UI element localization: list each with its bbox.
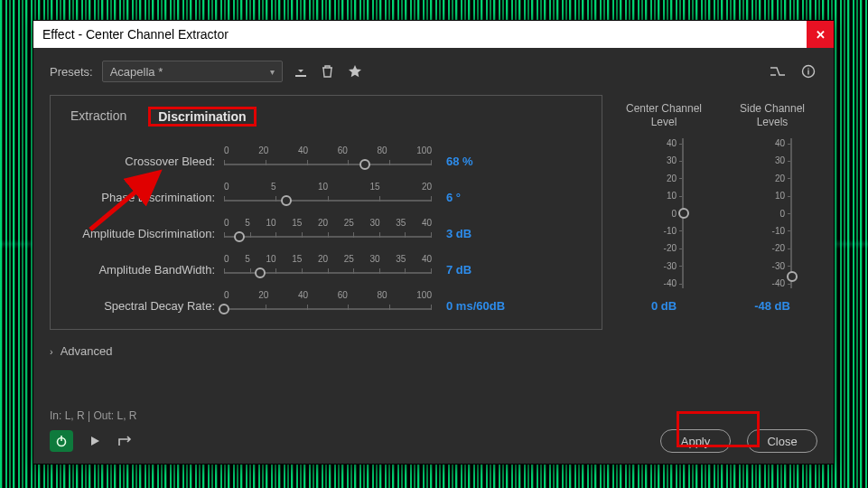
apply-button[interactable]: Apply	[660, 429, 731, 453]
power-toggle-button[interactable]	[50, 430, 73, 452]
param-phase-value[interactable]: 6 °	[446, 191, 522, 204]
help-button[interactable]	[799, 62, 817, 80]
power-icon	[55, 435, 68, 447]
meter-side: Side Channel Levels403020100-10-20-30-40…	[733, 102, 812, 330]
save-preset-button[interactable]	[292, 62, 310, 80]
meter-side-readout[interactable]: -48 dB	[754, 299, 790, 313]
meter-center: Center Channel Level403020100-10-20-30-4…	[624, 102, 704, 330]
slider-thumb[interactable]	[281, 195, 292, 206]
preview-play-button[interactable]	[86, 432, 104, 450]
trash-icon	[321, 64, 334, 79]
param-spectral-label: Spectral Decay Rate:	[67, 299, 224, 313]
slider-thumb[interactable]	[234, 231, 245, 242]
channel-map-button[interactable]	[769, 62, 787, 80]
routing-icon	[770, 65, 786, 78]
close-button[interactable]: Close	[747, 429, 817, 453]
tab-extraction[interactable]: Extraction	[67, 107, 130, 127]
close-window-button[interactable]: ✕	[807, 21, 834, 48]
param-amplitude-slider[interactable]: 0510152025303540	[224, 220, 432, 247]
meter-side-slider[interactable]: 403020100-10-20-30-40	[752, 138, 792, 288]
close-icon: ✕	[816, 28, 826, 42]
slider-thumb[interactable]	[255, 267, 266, 278]
param-phase-slider[interactable]: 05101520	[224, 183, 432, 211]
info-icon	[801, 64, 816, 79]
meter-center-slider[interactable]: 403020100-10-20-30-40	[644, 138, 684, 288]
level-meters: Center Channel Level403020100-10-20-30-4…	[624, 95, 812, 330]
dialog-footer: In: L, R | Out: L, R Apply Close	[50, 409, 817, 453]
favorite-preset-button[interactable]	[346, 62, 364, 80]
param-spectral-value[interactable]: 0 ms/60dB	[446, 299, 522, 313]
param-spectral: Spectral Decay Rate:0204060801000 ms/60d…	[67, 287, 585, 324]
advanced-label: Advanced	[61, 344, 113, 358]
play-icon	[89, 435, 101, 447]
preset-dropdown[interactable]: Acapella * ▾	[102, 61, 283, 82]
tab-discrimination[interactable]: Discrimination	[154, 108, 249, 126]
effect-dialog: Effect - Center Channel Extractor ✕ Pres…	[33, 20, 835, 465]
loop-icon	[117, 435, 134, 447]
param-amplitude: Amplitude Discrimination:051015202530354…	[67, 215, 585, 251]
slider-thumb[interactable]	[219, 304, 229, 314]
meter-center-title: Center Channel Level	[624, 102, 704, 129]
slider-thumb[interactable]	[678, 208, 689, 219]
param-bandwidth: Amplitude BandWidth:05101520253035407 dB	[67, 251, 585, 287]
param-crossover: Crossover Bleed:02040608010068 %	[67, 143, 585, 179]
dialog-title: Effect - Center Channel Extractor	[42, 27, 229, 42]
discrimination-panel: Extraction Discrimination Crossover Blee…	[50, 95, 602, 330]
dialog-titlebar[interactable]: Effect - Center Channel Extractor	[33, 21, 834, 48]
chevron-down-icon: ▾	[270, 67, 275, 77]
slider-thumb[interactable]	[787, 271, 798, 282]
slider-thumb[interactable]	[359, 159, 370, 170]
main-area: Extraction Discrimination Crossover Blee…	[50, 95, 817, 330]
tab-strip: Extraction Discrimination	[67, 107, 585, 127]
annotation-discrimination-tab: Discrimination	[148, 107, 256, 127]
param-bandwidth-value[interactable]: 7 dB	[446, 263, 522, 277]
param-amplitude-value[interactable]: 3 dB	[446, 227, 522, 240]
delete-preset-button[interactable]	[319, 62, 337, 80]
meter-center-readout[interactable]: 0 dB	[651, 299, 677, 313]
io-routing-text: In: L, R | Out: L, R	[50, 409, 817, 422]
param-phase-label: Phase Discrimination:	[67, 191, 224, 204]
meter-side-title: Side Channel Levels	[733, 102, 812, 129]
star-icon	[348, 64, 362, 79]
presets-row: Presets: Acapella * ▾	[50, 61, 817, 82]
presets-label: Presets:	[50, 65, 93, 79]
param-bandwidth-slider[interactable]: 0510152025303540	[224, 256, 432, 283]
param-spectral-slider[interactable]: 020406080100	[224, 292, 432, 319]
dialog-body: Presets: Acapella * ▾	[33, 48, 834, 464]
chevron-right-icon: ›	[50, 346, 53, 357]
param-crossover-label: Crossover Bleed:	[67, 155, 224, 168]
advanced-disclosure[interactable]: › Advanced	[50, 344, 817, 358]
download-icon	[294, 64, 308, 79]
param-bandwidth-label: Amplitude BandWidth:	[67, 263, 224, 277]
param-amplitude-label: Amplitude Discrimination:	[67, 227, 224, 240]
preset-selected: Acapella *	[110, 65, 163, 79]
loop-playback-button[interactable]	[117, 432, 135, 450]
param-phase: Phase Discrimination:051015206 °	[67, 179, 585, 215]
param-crossover-slider[interactable]: 020406080100	[224, 147, 432, 174]
param-crossover-value[interactable]: 68 %	[446, 155, 522, 168]
